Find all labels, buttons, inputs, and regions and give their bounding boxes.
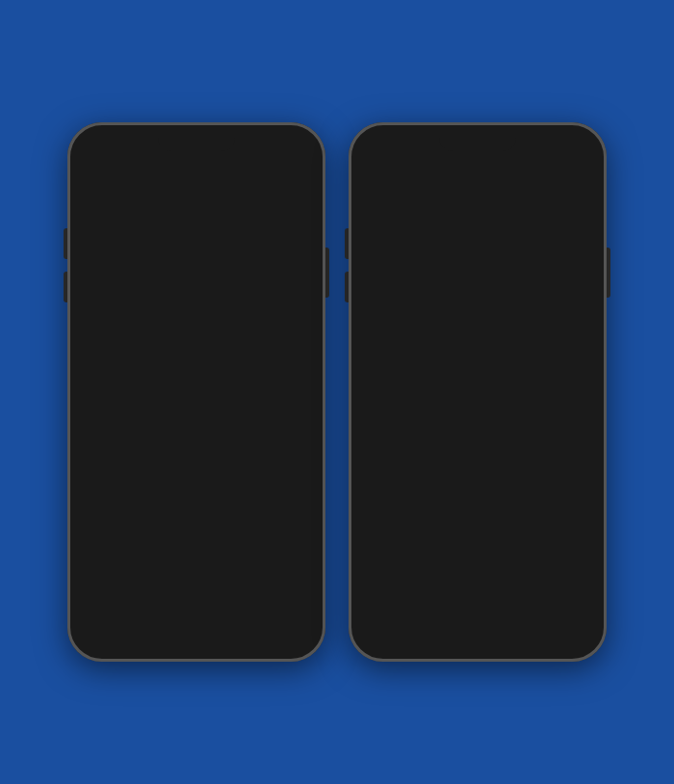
logo-icon: A (130, 151, 165, 186)
hamburger-icon-2: ☰ (364, 235, 373, 246)
header-phone-number-2[interactable]: 845-425-0990 (366, 190, 589, 200)
logo-area: A ACCREDITED AIDES-PLUS (85, 151, 308, 186)
hamburger-icon: ☰ (83, 235, 91, 246)
phone-screen-2: A ACCREDITED AIDES-PLUS 845-425-0990 Hav… (356, 130, 599, 654)
ltc-body-text: Long term care insurance; we will handle… (366, 427, 589, 476)
logo-area-2: A ACCREDITED AIDES-PLUS (366, 151, 589, 186)
nav-item-home-health[interactable]: HOME HEALTH SERVICES ▼ (356, 285, 599, 302)
person-figure-patient (250, 258, 298, 330)
have-questions-label-2: Have Questions? (366, 202, 589, 212)
learn-more-button[interactable]: LEARN MORE (87, 313, 144, 326)
services-caret: ▼ (583, 290, 591, 299)
volume-up-button-2 (345, 228, 349, 259)
about-us-caret: ▼ (583, 273, 591, 281)
click-email-link-2[interactable]: Click Here to Email Us (366, 212, 589, 221)
click-email-link[interactable]: Click Here to Email Us (85, 212, 308, 221)
volume-down-button (64, 272, 67, 302)
have-questions-label: Have Questions? (85, 202, 308, 212)
header-phone-number[interactable]: 845-425-0990 (85, 190, 308, 200)
screen1-body: Welcome to Accredited Aides Plus Welcome… (75, 337, 318, 479)
logo-aides-plus-2: AIDES-PLUS (452, 170, 543, 182)
welcome-title: Welcome to Accredited Aides Plus (87, 351, 306, 406)
logo-aides-plus: AIDES-PLUS (170, 170, 262, 182)
about-us-label: ABOUT US (364, 272, 409, 281)
screen1-header: A ACCREDITED AIDES-PLUS 845-425-0990 Hav… (75, 130, 318, 229)
logo-accredited: ACCREDITED (170, 155, 262, 169)
nav-dropdown: HOME ABOUT US ▼ HOME HEALTH SERVICES ▼ B… (356, 250, 599, 337)
volume-up-button (64, 228, 67, 259)
screen2-header: A ACCREDITED AIDES-PLUS 845-425-0990 Hav… (356, 130, 599, 229)
nav-bar-1[interactable]: ☰ Menu (75, 229, 318, 250)
svg-text:A: A (142, 168, 148, 177)
payers-title: PAYERS (366, 391, 589, 405)
nav-bar-2[interactable]: ☰ Menu (356, 229, 599, 250)
phone-1: A ACCREDITED AIDES-PLUS 845-425-0990 Hav… (67, 122, 325, 662)
phone-screen-1: A ACCREDITED AIDES-PLUS 845-425-0990 Hav… (75, 130, 318, 654)
welcome-body-text: Welcome to ACCREDITED AIDES-PLUS. We are… (87, 416, 306, 465)
logo-accredited-2: ACCREDITED (452, 155, 543, 169)
ltc-title: Long-Term Care Insurance (366, 409, 589, 421)
power-button (325, 248, 329, 298)
svg-text:A: A (423, 168, 429, 177)
screen2-body: PAYERS Long-Term Care Insurance Long ter… (356, 381, 599, 485)
nav-item-home[interactable]: HOME (356, 250, 599, 268)
nav-menu-label-2: Menu (378, 234, 406, 246)
nav-menu-label: Menu (97, 234, 125, 246)
nav-item-about-us[interactable]: ABOUT US ▼ (356, 268, 599, 285)
nav-item-blog[interactable]: BLOG (356, 302, 599, 320)
logo-text-group-2: ACCREDITED AIDES-PLUS (452, 155, 543, 181)
volume-down-button-2 (345, 272, 349, 302)
logo-text-group: ACCREDITED AIDES-PLUS (170, 155, 262, 181)
insurance-hero-banner: Insurance/Payments (356, 337, 599, 381)
nav-item-contact[interactable]: CONTACT (356, 320, 599, 337)
logo-icon-2: A (411, 151, 446, 186)
phone-2: A ACCREDITED AIDES-PLUS 845-425-0990 Hav… (349, 122, 607, 662)
hero-image: How Do You Know the Right Time to Get Ho… (75, 250, 318, 337)
insurance-title: Insurance/Payments (366, 351, 589, 368)
home-health-label: HOME HEALTH SERVICES (364, 289, 473, 299)
power-button-2 (607, 248, 610, 298)
